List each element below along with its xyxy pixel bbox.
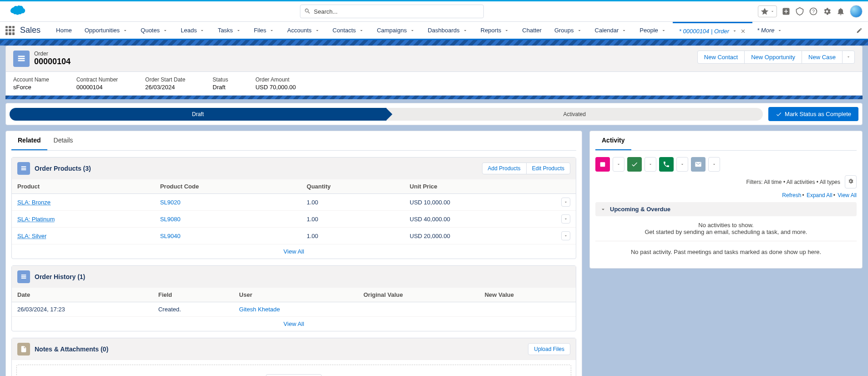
setup-gear-icon[interactable] — [822, 7, 832, 16]
product-link[interactable]: SLA: Bronze — [17, 199, 51, 206]
event-dropdown[interactable] — [613, 157, 624, 172]
mark-complete-button[interactable]: Mark Status as Complete — [768, 107, 858, 121]
row-actions-button[interactable] — [561, 231, 570, 240]
col-qty: Quantity — [301, 179, 404, 194]
nav-reports[interactable]: Reports — [474, 22, 516, 39]
nav-dashboards[interactable]: Dashboards — [421, 22, 474, 39]
col-price: Unit Price — [404, 179, 556, 194]
tab-activity[interactable]: Activity — [595, 131, 631, 150]
row-actions-button[interactable] — [561, 214, 570, 224]
record-actions: New Contact New Opportunity New Case — [698, 51, 855, 64]
nav-people[interactable]: People — [633, 22, 672, 39]
order-history-title: Order History (1) — [35, 273, 85, 280]
nav-calendar[interactable]: Calendar — [589, 22, 634, 39]
help-icon[interactable]: ? — [809, 7, 818, 16]
chevron-down-icon[interactable] — [410, 28, 415, 33]
chevron-down-icon[interactable] — [359, 28, 364, 33]
new-event-button[interactable] — [595, 157, 610, 172]
activity-view-all-link[interactable]: View All — [838, 192, 857, 198]
edit-products-button[interactable]: Edit Products — [526, 163, 570, 174]
user-avatar[interactable] — [850, 5, 863, 18]
workspace-tab-order[interactable]: * 00000104 | Order — [673, 22, 752, 39]
nav-home[interactable]: Home — [50, 22, 78, 39]
new-case-button[interactable]: New Case — [802, 51, 843, 64]
chevron-down-icon[interactable] — [199, 28, 205, 33]
chevron-down-icon[interactable] — [621, 28, 627, 33]
nav-files[interactable]: Files — [248, 22, 281, 39]
path-stage-draft[interactable]: Draft — [10, 108, 386, 121]
order-products-view-all[interactable]: View All — [284, 248, 304, 255]
upload-dropzone[interactable]: Upload Files Or drop files — [16, 365, 571, 376]
nav-accounts[interactable]: Accounts — [281, 22, 326, 39]
new-opportunity-button[interactable]: New Opportunity — [744, 51, 802, 64]
search-input[interactable] — [300, 5, 484, 18]
email-button[interactable] — [691, 157, 706, 172]
product-code-link[interactable]: SL9080 — [160, 216, 181, 223]
product-code-link[interactable]: SL9020 — [160, 199, 181, 206]
account-name-link[interactable]: sForce — [13, 84, 31, 91]
chevron-down-icon[interactable] — [732, 28, 737, 34]
chevron-down-icon[interactable] — [315, 28, 320, 33]
expand-all-link[interactable]: Expand All — [807, 192, 832, 198]
nav-contacts[interactable]: Contacts — [326, 22, 371, 39]
nav-groups[interactable]: Groups — [548, 22, 589, 39]
col-code: Product Code — [155, 179, 301, 194]
upcoming-section[interactable]: Upcoming & Overdue — [595, 202, 857, 216]
close-tab-icon[interactable] — [740, 28, 746, 34]
chevron-down-icon[interactable] — [269, 28, 274, 33]
amount-label: Order Amount — [255, 76, 296, 83]
nav-tasks[interactable]: Tasks — [211, 22, 247, 39]
order-icon — [13, 51, 30, 67]
chevron-down-icon[interactable] — [777, 28, 782, 33]
activity-settings-button[interactable] — [845, 175, 857, 188]
product-link[interactable]: SLA: Silver — [17, 233, 46, 239]
path-stage-activated[interactable]: Activated — [386, 108, 763, 121]
notifications-icon[interactable] — [836, 7, 845, 16]
upload-files-action[interactable]: Upload Files — [528, 343, 570, 355]
more-actions-button[interactable] — [842, 51, 855, 64]
salesforce-logo[interactable] — [5, 5, 25, 18]
nav-opportunities[interactable]: Opportunities — [78, 22, 134, 39]
contract-number-link[interactable]: 00000104 — [76, 84, 103, 91]
tab-related[interactable]: Related — [11, 131, 47, 150]
chevron-down-icon[interactable] — [236, 28, 241, 33]
task-dropdown[interactable] — [645, 157, 656, 172]
chevron-down-icon[interactable] — [462, 28, 468, 33]
new-contact-button[interactable]: New Contact — [697, 51, 745, 64]
nav-leads[interactable]: Leads — [174, 22, 211, 39]
chevron-down-icon[interactable] — [577, 28, 582, 33]
record-header: Order 00000104 New Contact New Opportuni… — [5, 46, 863, 72]
price-cell: USD 20,000.00 — [404, 228, 556, 244]
nav-quotes[interactable]: Quotes — [134, 22, 174, 39]
app-launcher-icon[interactable] — [5, 26, 15, 35]
chevron-down-icon[interactable] — [162, 28, 168, 33]
salesforce-help-icon[interactable] — [795, 7, 804, 16]
order-products-card: Order Products (3) Add Products Edit Pro… — [11, 157, 576, 259]
start-date-label: Order Start Date — [145, 76, 185, 83]
product-code-link[interactable]: SL9040 — [160, 233, 181, 239]
product-link[interactable]: SLA: Platinum — [17, 216, 55, 223]
email-dropdown[interactable] — [708, 157, 720, 172]
chevron-down-icon[interactable] — [122, 28, 128, 33]
chevron-down-icon[interactable] — [661, 28, 666, 33]
chevron-down-icon[interactable] — [504, 28, 509, 33]
log-call-button[interactable] — [659, 157, 674, 172]
global-header: ? — [0, 1, 868, 22]
nav-chatter[interactable]: Chatter — [516, 22, 548, 39]
user-link[interactable]: Gitesh Khetade — [239, 306, 280, 313]
tab-details[interactable]: Details — [47, 131, 80, 150]
row-actions-button[interactable] — [561, 198, 570, 207]
add-products-button[interactable]: Add Products — [482, 163, 527, 174]
refresh-link[interactable]: Refresh — [782, 192, 801, 198]
nav-campaigns[interactable]: Campaigns — [371, 22, 421, 39]
upload-files-button[interactable]: Upload Files — [266, 374, 321, 376]
table-row: 26/03/2024, 17:23Created.Gitesh Khetade — [12, 302, 576, 317]
nav-more[interactable]: * More — [752, 27, 787, 34]
favorites-button[interactable] — [758, 5, 777, 17]
edit-nav-icon[interactable] — [856, 27, 863, 34]
add-icon[interactable] — [782, 7, 791, 16]
order-history-view-all[interactable]: View All — [284, 320, 304, 327]
col-user: User — [233, 288, 358, 302]
call-dropdown[interactable] — [676, 157, 688, 172]
new-task-button[interactable] — [627, 157, 642, 172]
